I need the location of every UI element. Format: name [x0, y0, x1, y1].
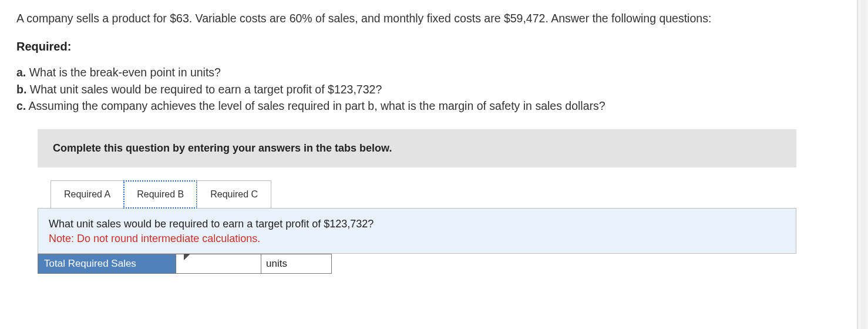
- answer-block: Complete this question by entering your …: [38, 129, 796, 274]
- scrollbar-vertical[interactable]: [857, 0, 868, 329]
- tab-panel: What unit sales would be required to ear…: [38, 208, 796, 254]
- answer-row-gap: [176, 254, 184, 274]
- answer-units-label: units: [261, 254, 332, 274]
- requirement-a-text: What is the break-even point in units?: [26, 66, 221, 79]
- question-intro: A company sells a product for $63. Varia…: [16, 11, 852, 26]
- requirement-b: b. What unit sales would be required to …: [16, 81, 852, 98]
- requirement-b-text: What unit sales would be required to ear…: [26, 83, 382, 96]
- tabs-row: Required A Required B Required C: [38, 180, 796, 209]
- tab-required-c[interactable]: Required C: [197, 180, 271, 209]
- requirement-a-letter: a.: [16, 66, 26, 79]
- requirements-list: a. What is the break-even point in units…: [16, 64, 852, 114]
- requirement-c: c. Assuming the company achieves the lev…: [16, 98, 852, 114]
- requirement-c-letter: c.: [16, 99, 26, 112]
- tab-required-a[interactable]: Required A: [51, 180, 124, 209]
- tab-required-b[interactable]: Required B: [123, 180, 197, 209]
- panel-prompt: What unit sales would be required to ear…: [49, 217, 785, 231]
- instruction-banner: Complete this question by entering your …: [38, 129, 796, 167]
- answer-input[interactable]: [184, 254, 261, 273]
- answer-row-label: Total Required Sales: [38, 254, 176, 274]
- panel-note: Note: Do not round intermediate calculat…: [49, 231, 785, 246]
- requirement-c-text: Assuming the company achieves the level …: [26, 99, 605, 112]
- answer-input-row: Total Required Sales units: [38, 254, 796, 274]
- required-heading: Required:: [16, 40, 852, 53]
- scrollbar-track: [860, 0, 866, 329]
- requirement-b-letter: b.: [16, 83, 26, 96]
- answer-input-cell[interactable]: [184, 254, 261, 274]
- requirement-a: a. What is the break-even point in units…: [16, 64, 852, 80]
